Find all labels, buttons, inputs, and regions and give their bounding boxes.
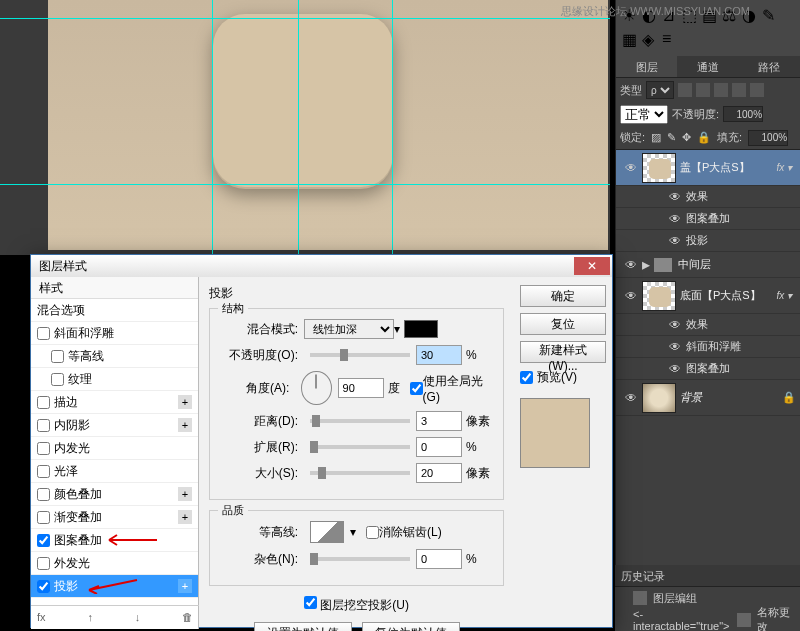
layer-effect-row[interactable]: 👁 斜面和浮雕: [616, 336, 800, 358]
style-checkbox[interactable]: [37, 442, 50, 455]
fx-badge[interactable]: fx ▾: [776, 290, 792, 301]
style-checkbox[interactable]: [51, 350, 64, 363]
lock-pos-icon[interactable]: ✥: [682, 131, 691, 144]
arrow-up-icon[interactable]: ↑: [87, 611, 93, 623]
visibility-toggle[interactable]: 👁: [620, 391, 642, 405]
style-satin[interactable]: 光泽: [31, 460, 198, 483]
visibility-toggle[interactable]: 👁: [664, 362, 686, 376]
style-checkbox[interactable]: [37, 557, 50, 570]
lock-pixel-icon[interactable]: ✎: [667, 131, 676, 144]
filter-smart-icon[interactable]: [750, 83, 764, 97]
style-gradient-overlay[interactable]: 渐变叠加+: [31, 506, 198, 529]
distance-input[interactable]: [416, 411, 462, 431]
layer-thumb[interactable]: [642, 383, 676, 413]
visibility-toggle[interactable]: 👁: [664, 190, 686, 204]
tab-channels[interactable]: 通道: [677, 56, 738, 77]
style-checkbox[interactable]: [37, 580, 50, 593]
style-bevel[interactable]: 斜面和浮雕: [31, 322, 198, 345]
filter-adjust-icon[interactable]: [696, 83, 710, 97]
add-icon[interactable]: +: [178, 395, 192, 409]
blend-mode-select[interactable]: 正常: [620, 105, 668, 124]
visibility-toggle[interactable]: 👁: [620, 161, 642, 175]
style-drop-shadow[interactable]: 投影+: [31, 575, 198, 598]
style-contour[interactable]: 等高线: [31, 345, 198, 368]
layer-effect-row[interactable]: 👁 图案叠加: [616, 358, 800, 380]
style-checkbox[interactable]: [51, 373, 64, 386]
styles-header[interactable]: 样式: [31, 277, 198, 299]
dialog-titlebar[interactable]: 图层样式 ✕: [31, 255, 612, 277]
set-default-button[interactable]: 设置为默认值: [254, 622, 352, 631]
history-header[interactable]: 历史记录: [615, 565, 800, 587]
add-icon[interactable]: +: [178, 510, 192, 524]
panel-icon[interactable]: ✎: [762, 6, 778, 22]
tab-paths[interactable]: 路径: [739, 56, 800, 77]
knockout-checkbox[interactable]: [304, 596, 317, 609]
add-icon[interactable]: +: [178, 418, 192, 432]
spread-input[interactable]: [416, 437, 462, 457]
lock-trans-icon[interactable]: ▨: [651, 131, 661, 144]
layer-row-background[interactable]: 👁 背景 🔒: [616, 380, 800, 416]
contour-picker[interactable]: [310, 521, 344, 543]
style-color-overlay[interactable]: 颜色叠加+: [31, 483, 198, 506]
noise-slider[interactable]: [310, 557, 410, 561]
layer-thumb[interactable]: [642, 153, 676, 183]
layer-effect-row[interactable]: 👁 投影: [616, 230, 800, 252]
dropdown-icon[interactable]: ▾: [350, 525, 356, 539]
layer-row[interactable]: 👁 盖【P大点S】 fx ▾: [616, 150, 800, 186]
layer-effect-row[interactable]: 👁 效果: [616, 314, 800, 336]
style-checkbox[interactable]: [37, 488, 50, 501]
panel-icon[interactable]: ◈: [642, 30, 658, 46]
dropdown-icon[interactable]: ▾: [394, 322, 400, 336]
filter-shape-icon[interactable]: [732, 83, 746, 97]
visibility-toggle[interactable]: 👁: [664, 340, 686, 354]
visibility-toggle[interactable]: 👁: [664, 318, 686, 332]
filter-pixel-icon[interactable]: [678, 83, 692, 97]
style-texture[interactable]: 纹理: [31, 368, 198, 391]
opacity-input[interactable]: [416, 345, 462, 365]
reset-default-button[interactable]: 复位为默认值: [362, 622, 460, 631]
size-slider[interactable]: [310, 471, 410, 475]
new-style-button[interactable]: 新建样式(W)...: [520, 341, 606, 363]
ok-button[interactable]: 确定: [520, 285, 606, 307]
style-outer-glow[interactable]: 外发光: [31, 552, 198, 575]
blend-mode-select[interactable]: 线性加深: [304, 319, 394, 339]
antialias-checkbox[interactable]: [366, 526, 379, 539]
visibility-toggle[interactable]: 👁: [620, 258, 642, 272]
panel-icon[interactable]: ▦: [622, 30, 638, 46]
style-checkbox[interactable]: [37, 419, 50, 432]
style-checkbox[interactable]: [37, 396, 50, 409]
noise-input[interactable]: [416, 549, 462, 569]
distance-slider[interactable]: [310, 419, 410, 423]
visibility-toggle[interactable]: 👁: [664, 234, 686, 248]
style-checkbox[interactable]: [37, 534, 50, 547]
style-pattern-overlay[interactable]: 图案叠加: [31, 529, 198, 552]
visibility-toggle[interactable]: 👁: [664, 212, 686, 226]
global-light-checkbox[interactable]: [410, 382, 423, 395]
filter-type-icon[interactable]: [714, 83, 728, 97]
angle-input[interactable]: [338, 378, 384, 398]
layer-effect-row[interactable]: 👁 图案叠加: [616, 208, 800, 230]
arrow-down-icon[interactable]: ↓: [135, 611, 141, 623]
expand-icon[interactable]: ▸: [642, 255, 650, 274]
blending-options-item[interactable]: 混合选项: [31, 299, 198, 322]
trash-icon[interactable]: 🗑: [182, 611, 193, 623]
preview-checkbox[interactable]: [520, 371, 533, 384]
shadow-color-swatch[interactable]: [404, 320, 438, 338]
style-inner-glow[interactable]: 内发光: [31, 437, 198, 460]
style-stroke[interactable]: 描边+: [31, 391, 198, 414]
lock-all-icon[interactable]: 🔒: [697, 131, 711, 144]
cancel-button[interactable]: 复位: [520, 313, 606, 335]
layer-group-row[interactable]: 👁 ▸ 中间层: [616, 252, 800, 278]
fill-input[interactable]: [748, 130, 788, 146]
close-button[interactable]: ✕: [574, 257, 610, 275]
style-inner-shadow[interactable]: 内阴影+: [31, 414, 198, 437]
tab-layers[interactable]: 图层: [616, 56, 677, 77]
fx-badge[interactable]: fx ▾: [776, 162, 792, 173]
layer-row[interactable]: 👁 底面【P大点S】 fx ▾: [616, 278, 800, 314]
style-checkbox[interactable]: [37, 511, 50, 524]
layer-thumb[interactable]: [642, 281, 676, 311]
panel-icon[interactable]: ≡: [662, 30, 678, 46]
opacity-slider[interactable]: [310, 353, 410, 357]
style-checkbox[interactable]: [37, 465, 50, 478]
angle-dial[interactable]: [301, 371, 331, 405]
